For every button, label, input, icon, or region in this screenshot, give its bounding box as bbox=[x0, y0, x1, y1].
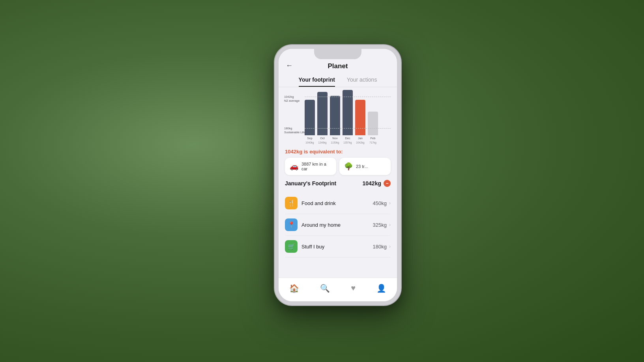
home-icon: 📍 bbox=[285, 218, 298, 231]
equivalent-kg: 1042kg bbox=[285, 149, 302, 155]
bar-dec-kg: 1357kg bbox=[343, 141, 352, 144]
bar-nov-rect bbox=[330, 96, 340, 135]
stuff-kg: 180kg bbox=[373, 244, 387, 250]
stuff-icon: 🛒 bbox=[285, 240, 298, 253]
home-kg: 325kg bbox=[373, 222, 387, 228]
home-chevron: › bbox=[389, 222, 391, 228]
phone-screen: ← Planet Your footprint Your actions 104… bbox=[279, 49, 397, 301]
stuff-emoji: 🛒 bbox=[288, 243, 295, 250]
page-title: Planet bbox=[286, 62, 389, 70]
chart-container: Sep 1040kg Oct 1246kg Nov bbox=[305, 93, 391, 144]
bar-feb-kg: 717kg bbox=[369, 141, 376, 144]
home-emoji: 📍 bbox=[288, 221, 295, 228]
chart-area: 1042kg NZ average 180kg Sustainable Life… bbox=[279, 87, 397, 146]
chart-nz-sublabel: NZ average bbox=[284, 99, 300, 103]
bar-sep-kg: 1040kg bbox=[305, 141, 314, 144]
dashed-line-bottom bbox=[305, 128, 391, 129]
january-footprint-section: January's Footprint 1042kg − 🍴 Food and … bbox=[279, 178, 397, 258]
bar-oct: Oct 1246kg bbox=[317, 92, 328, 144]
minus-badge: − bbox=[384, 180, 391, 187]
equiv-car-text: 3887 km in a car bbox=[301, 162, 331, 171]
bar-oct-rect bbox=[317, 92, 328, 135]
phone-frame: ← Planet Your footprint Your actions 104… bbox=[275, 45, 401, 305]
category-food[interactable]: 🍴 Food and drink 450kg › bbox=[285, 192, 391, 214]
bar-jan-rect bbox=[355, 100, 365, 135]
bar-nov-month: Nov bbox=[332, 136, 337, 140]
bar-jan-kg: 1042kg bbox=[356, 141, 364, 144]
tab-your-actions[interactable]: Your actions bbox=[347, 77, 377, 87]
bar-feb-month: Feb bbox=[371, 136, 376, 140]
food-name: Food and drink bbox=[301, 200, 373, 206]
food-kg: 450kg bbox=[373, 200, 387, 206]
chart-nz-label: 1042kg bbox=[284, 95, 300, 99]
tab-your-footprint[interactable]: Your footprint bbox=[299, 77, 335, 87]
bar-oct-kg: 1246kg bbox=[318, 141, 326, 144]
bar-sep-rect bbox=[305, 100, 315, 135]
profile-nav-icon: 👤 bbox=[376, 284, 386, 293]
bottom-nav: 🏠 🔍 ♥ 👤 bbox=[279, 278, 397, 301]
footprint-month-title: January's Footprint bbox=[285, 180, 336, 187]
home-nav-icon: 🏠 bbox=[289, 284, 299, 293]
equiv-tree-text: 23 tr... bbox=[356, 164, 368, 169]
bar-feb-rect bbox=[368, 112, 378, 135]
equivalent-section: 1042kg is equivalent to: 🚗 3887 km in a … bbox=[279, 146, 397, 178]
stuff-name: Stuff I buy bbox=[301, 244, 373, 250]
footprint-total: 1042kg − bbox=[363, 180, 391, 187]
equiv-card-car[interactable]: 🚗 3887 km in a car bbox=[285, 158, 336, 175]
bar-dec: Dec 1357kg bbox=[343, 90, 353, 144]
category-list: 🍴 Food and drink 450kg › 📍 Around my hom… bbox=[285, 192, 391, 258]
equivalent-title: 1042kg is equivalent to: bbox=[285, 149, 391, 155]
food-emoji: 🍴 bbox=[288, 200, 295, 207]
nav-favorites[interactable]: ♥ bbox=[346, 282, 360, 294]
category-stuff[interactable]: 🛒 Stuff I buy 180kg › bbox=[285, 236, 391, 258]
equivalent-suffix: is equivalent to: bbox=[302, 149, 343, 155]
car-icon: 🚗 bbox=[290, 162, 298, 171]
tabs-container: Your footprint Your actions bbox=[279, 73, 397, 87]
tree-icon: 🌳 bbox=[344, 162, 353, 171]
stuff-chevron: › bbox=[389, 244, 391, 249]
bar-nov-kg: 1150kg bbox=[331, 141, 339, 144]
food-chevron: › bbox=[389, 200, 391, 206]
bar-nov: Nov 1150kg bbox=[330, 96, 340, 144]
nav-profile[interactable]: 👤 bbox=[372, 282, 391, 295]
search-nav-icon: 🔍 bbox=[320, 284, 330, 293]
food-icon: 🍴 bbox=[285, 197, 298, 209]
bar-jan-month: Jan bbox=[358, 136, 363, 140]
back-button[interactable]: ← bbox=[286, 62, 293, 70]
favorites-nav-icon: ♥ bbox=[351, 284, 356, 293]
category-home[interactable]: 📍 Around my home 325kg › bbox=[285, 214, 391, 236]
notch bbox=[314, 49, 361, 59]
bars-row: Sep 1040kg Oct 1246kg Nov bbox=[305, 93, 391, 144]
footprint-header: January's Footprint 1042kg − bbox=[285, 178, 391, 188]
home-name: Around my home bbox=[301, 222, 373, 228]
equivalent-cards: 🚗 3887 km in a car 🌳 23 tr... bbox=[285, 158, 391, 175]
nav-search[interactable]: 🔍 bbox=[315, 282, 335, 295]
bar-dec-month: Dec bbox=[345, 136, 350, 140]
phone-wrapper: ← Planet Your footprint Your actions 104… bbox=[275, 45, 401, 305]
bar-sep: Sep 1040kg bbox=[305, 100, 315, 144]
dashed-line-top bbox=[305, 97, 391, 97]
equiv-card-tree[interactable]: 🌳 23 tr... bbox=[339, 158, 391, 175]
nav-home[interactable]: 🏠 bbox=[285, 282, 304, 295]
footprint-total-kg: 1042kg bbox=[363, 180, 381, 187]
bar-sep-month: Sep bbox=[307, 136, 312, 140]
bar-oct-month: Oct bbox=[320, 136, 325, 140]
bar-jan: Jan 1042kg bbox=[355, 100, 365, 144]
bar-feb: Feb 717kg bbox=[368, 112, 378, 144]
